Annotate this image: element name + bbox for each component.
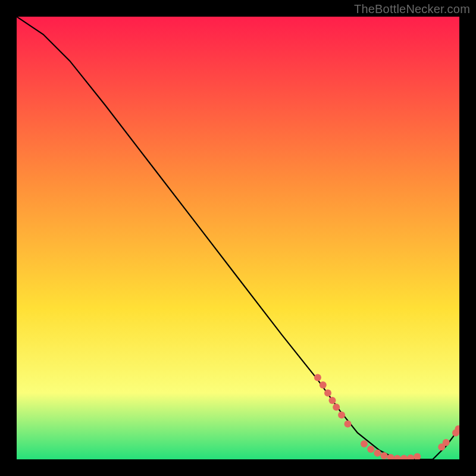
- chart-stage: TheBottleNecker.com: [0, 0, 476, 476]
- marker-point: [338, 412, 345, 419]
- marker-point: [361, 440, 368, 447]
- plot-area: [17, 17, 459, 459]
- marker-point: [320, 381, 327, 389]
- marker-point: [345, 421, 352, 428]
- gradient-background: [17, 17, 459, 459]
- marker-point: [324, 389, 331, 396]
- marker-point: [314, 374, 321, 381]
- marker-point: [367, 446, 374, 453]
- marker-point: [381, 452, 388, 459]
- marker-point: [329, 397, 336, 404]
- marker-point: [333, 403, 340, 411]
- marker-point: [443, 439, 450, 446]
- chart-svg: [17, 17, 459, 459]
- attribution-text: TheBottleNecker.com: [354, 2, 470, 16]
- marker-point: [374, 450, 381, 457]
